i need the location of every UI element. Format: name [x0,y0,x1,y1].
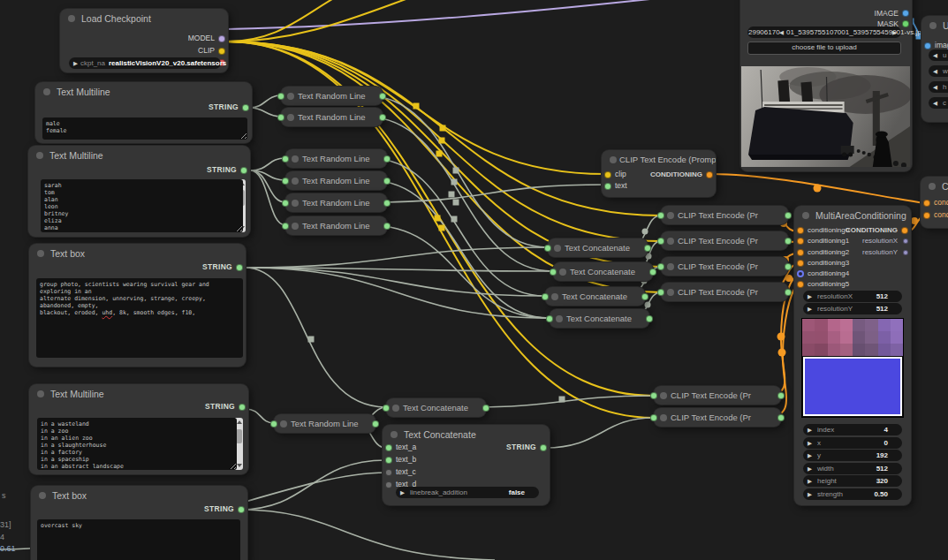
text-a-port-dot[interactable] [385,444,392,451]
collapse-toggle-icon[interactable] [667,263,674,270]
node-text-concatenate[interactable]: Text Concatenate [553,262,653,281]
upscale-widget-2[interactable]: h [929,81,948,93]
node-load-checkpoint[interactable]: Load Checkpoint MODEL CLIP VAE ckpt_na r… [60,9,228,72]
output-port-dot[interactable] [379,114,386,121]
input-port-dot[interactable] [282,155,289,163]
output-port-dot[interactable] [785,289,792,296]
node-text-random-line[interactable]: Text Random Line [285,149,387,168]
output-port-dot[interactable] [383,155,391,163]
node-clip-text-encode[interactable]: CLIP Text Encode (Pr [654,386,781,405]
node-text-random-line[interactable]: Text Random Line [281,87,383,105]
collapse-toggle-icon[interactable] [667,212,674,219]
node-text-random-line[interactable]: Text Random Line [285,193,387,212]
model-port-dot[interactable] [218,35,225,42]
node-text-concatenate[interactable]: Text Concatenate [386,398,486,417]
collapse-toggle-icon[interactable] [287,114,294,121]
collapse-toggle-icon[interactable] [556,315,563,322]
output-port-dot[interactable] [785,263,792,270]
output-port-dot[interactable] [379,93,386,100]
string-port-dot[interactable] [242,104,249,111]
input-port-dot[interactable] [383,405,390,412]
input-port-dot[interactable] [277,114,284,121]
string-port-dot[interactable] [240,167,247,174]
collapse-toggle-icon[interactable] [43,88,50,95]
node-text-concatenate[interactable]: Text Concatenate [550,309,649,328]
input-port-dot[interactable] [282,200,289,207]
input-port-dot[interactable] [282,223,289,230]
textbox-textarea[interactable]: overcast sky [37,519,240,560]
resolution-x-port-dot[interactable] [903,238,908,244]
collapse-toggle-icon[interactable] [287,93,294,100]
node-clip-text-encode[interactable]: CLIP Text Encode (Pr [661,257,788,276]
resolution-y-widget[interactable]: resolutionY512 [803,303,902,314]
ckpt-name-combo[interactable]: ckpt_na realisticVisionV20_v20.safetenso… [69,57,221,69]
image-port-dot[interactable] [902,10,909,17]
output-port-dot[interactable] [785,238,792,245]
output-port-dot[interactable] [641,293,648,300]
collapse-toggle-icon[interactable] [667,238,674,245]
scrollbar-thumb[interactable] [236,429,242,443]
output-port-dot[interactable] [777,414,785,421]
collapse-toggle-icon[interactable] [37,250,44,257]
output-port-dot[interactable] [644,245,651,252]
height-widget[interactable]: height320 [803,475,902,487]
node-load-image[interactable]: Load Image IMAGE MASK 29906170 ◀ 01_5395… [740,0,912,171]
output-port-dot[interactable] [646,315,653,322]
input-port-dot[interactable] [650,414,657,421]
node-clip-text-encode[interactable]: CLIP Text Encode (Pr [661,231,788,250]
collapse-toggle-icon[interactable] [391,431,398,438]
combo-right-arrow-icon[interactable]: ▶ [892,26,897,38]
input-port-dot[interactable] [282,178,289,185]
resolution-y-port-dot[interactable] [903,250,908,255]
collapse-toggle-icon[interactable] [554,245,561,252]
output-port-dot[interactable] [777,392,785,399]
node-clip-text-encode[interactable]: CLIP Text Encode (Pr [654,408,781,427]
node-clip-text-encode-prompt[interactable]: CLIP Text Encode (Prompt) clip text COND… [602,150,716,197]
collapse-toggle-icon[interactable] [802,212,809,219]
upscale-widget-0[interactable]: u [929,49,948,61]
input-port-dot[interactable] [550,269,557,276]
collapse-toggle-icon[interactable] [36,152,43,159]
collapse-toggle-icon[interactable] [929,183,936,190]
collapse-toggle-icon[interactable] [660,392,667,399]
collapse-toggle-icon[interactable] [292,178,299,185]
string-port-dot[interactable] [239,404,246,411]
textbox-textarea[interactable]: group photo, scientists wearing survival… [36,278,243,358]
node-text-box-2[interactable]: Text box STRING overcast sky [31,486,247,560]
conditioning3-port-dot[interactable] [797,260,804,267]
collapse-toggle-icon[interactable] [667,289,674,296]
multiline-textarea[interactable]: sarah tom alan leon britney eliza anna b… [41,179,243,232]
node-text-concatenate[interactable]: Text Concatenate [545,287,645,306]
conditioning2-port-dot[interactable] [797,249,804,256]
node-text-multiline-2[interactable]: Text Multiline STRING sarah tom alan leo… [28,146,250,237]
multiline-textarea[interactable]: male female [42,117,247,140]
conditioning-port-dot[interactable] [923,212,930,219]
collapse-toggle-icon[interactable] [559,269,566,276]
node-text-box-1[interactable]: Text box STRING group photo, scientists … [29,244,246,367]
string-port-dot[interactable] [540,444,547,451]
linebreak-addition-combo[interactable]: linebreak_addition false [396,487,539,498]
node-multiarea-conditioning[interactable]: MultiAreaConditioning conditioning0 cond… [794,206,911,505]
conditioning-port-dot[interactable] [706,171,713,178]
resolution-x-widget[interactable]: resolutionX512 [803,291,902,302]
text-port-dot[interactable] [604,183,611,190]
collapse-toggle-icon[interactable] [610,156,617,163]
node-conditioning-combine[interactable]: Con condit condit [921,177,948,228]
input-port-dot[interactable] [542,293,549,300]
node-text-random-line[interactable]: Text Random Line [274,414,375,433]
output-port-dot[interactable] [372,420,379,428]
text-c-port-dot[interactable] [385,469,392,476]
choose-file-button[interactable]: choose file to upload [747,42,901,55]
collapse-toggle-icon[interactable] [292,155,299,163]
conditioning-port-dot[interactable] [901,227,908,234]
node-graph-canvas[interactable]: Load Checkpoint MODEL CLIP VAE ckpt_na r… [0,0,948,560]
strength-widget[interactable]: strength0.50 [803,488,902,500]
output-port-dot[interactable] [383,200,391,207]
collapse-toggle-icon[interactable] [292,223,299,230]
output-port-dot[interactable] [785,212,792,219]
node-text-random-line[interactable]: Text Random Line [281,108,383,126]
node-clip-text-encode[interactable]: CLIP Text Encode (Pr [661,283,788,301]
input-port-dot[interactable] [657,289,664,296]
node-text-concatenate-expanded[interactable]: Text Concatenate text_a text_b text_c te… [383,425,550,505]
node-text-multiline-1[interactable]: Text Multiline STRING male female [35,82,252,143]
